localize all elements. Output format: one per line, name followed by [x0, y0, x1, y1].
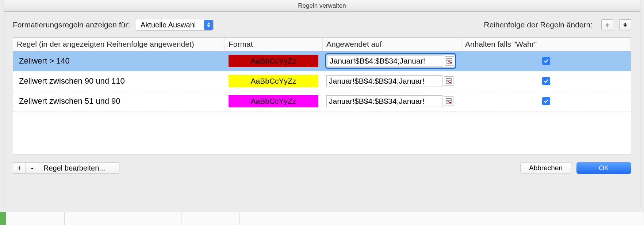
range-picker-button[interactable] [445, 56, 454, 66]
applied-to-input[interactable] [327, 55, 443, 67]
checkmark-icon [544, 59, 549, 63]
applied-to-input[interactable] [326, 95, 442, 107]
edit-rule-button[interactable]: Regel bearbeiten... [39, 162, 119, 174]
format-preview: AaBbCcYyZz [229, 55, 318, 67]
sheet-strip [0, 212, 644, 225]
svg-rect-3 [446, 79, 451, 80]
rule-text: Zellwert > 140 [13, 54, 225, 68]
range-picker-icon [446, 58, 452, 64]
applied-to-input[interactable] [326, 75, 442, 87]
dropdown-arrows-icon [204, 20, 213, 30]
header-applied-to: Angewendet auf [323, 38, 461, 51]
range-picker-button[interactable] [444, 76, 453, 86]
table-row[interactable]: Zellwert > 140AaBbCcYyZz [13, 51, 631, 71]
ok-button[interactable]: OK [576, 162, 631, 174]
table-row[interactable]: Zellwert zwischen 51 und 90AaBbCcYyZz [13, 91, 631, 111]
svg-rect-1 [447, 58, 452, 60]
arrow-down-icon [622, 22, 628, 28]
checkmark-icon [544, 79, 549, 83]
remove-rule-button[interactable]: - [26, 162, 39, 174]
arrow-up-icon [605, 22, 610, 28]
rule-text: Zellwert zwischen 90 und 110 [13, 74, 225, 88]
stop-if-true-checkbox[interactable] [542, 97, 550, 105]
add-rule-button[interactable]: + [13, 162, 26, 174]
stop-if-true-checkbox[interactable] [542, 57, 550, 65]
header-stop: Anhalten falls "Wahr" [461, 38, 631, 51]
stop-if-true-checkbox[interactable] [542, 77, 550, 85]
reorder-label: Reihenfolge der Regeln ändern: [484, 20, 593, 29]
manage-rules-dialog: Regeln verwalten Formatierungsregeln anz… [4, 0, 640, 208]
format-preview: AaBbCcYyZz [229, 75, 318, 87]
scope-select[interactable]: Aktuelle Auswahl [135, 19, 214, 31]
rules-table[interactable]: Regel (in der angezeigten Reihenfolge an… [13, 37, 631, 155]
window-title: Regeln verwalten [4, 0, 640, 12]
top-row: Formatierungsregeln anzeigen für: Aktuel… [13, 19, 631, 31]
range-picker-icon [446, 98, 452, 104]
move-down-button[interactable] [619, 19, 631, 30]
header-rule: Regel (in der angezeigten Reihenfolge an… [13, 38, 225, 51]
checkmark-icon [544, 99, 549, 103]
range-picker-icon [446, 78, 452, 84]
move-up-button[interactable] [601, 19, 613, 30]
format-preview: AaBbCcYyZz [229, 95, 318, 107]
table-row[interactable]: Zellwert zwischen 90 und 110AaBbCcYyZz [13, 71, 631, 91]
svg-rect-5 [446, 99, 451, 100]
range-picker-button[interactable] [444, 96, 453, 106]
rule-text: Zellwert zwischen 51 und 90 [13, 94, 225, 108]
header-format: Format [225, 38, 323, 51]
cancel-button[interactable]: Abbrechen [520, 162, 571, 174]
show-rules-for-label: Formatierungsregeln anzeigen für: [13, 20, 130, 29]
